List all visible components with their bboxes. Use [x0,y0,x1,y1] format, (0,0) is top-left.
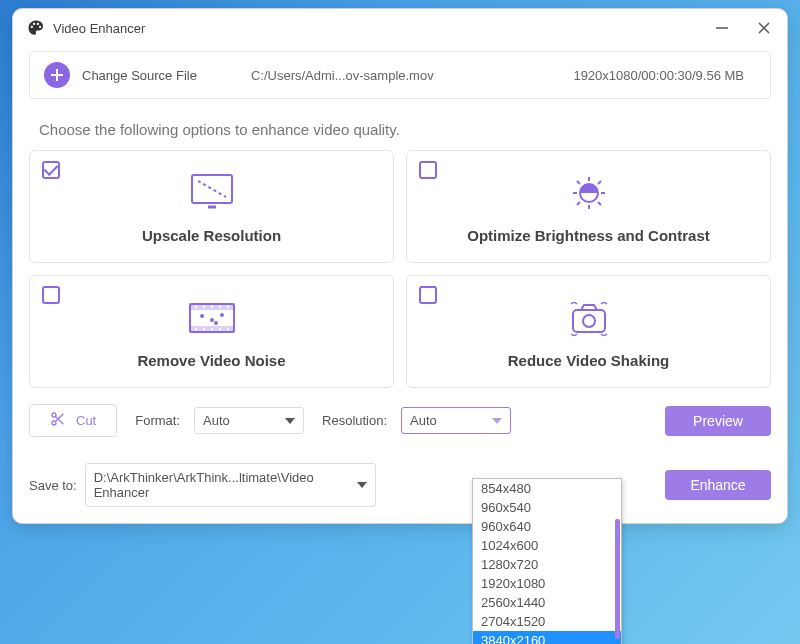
window-controls [713,19,773,37]
option-reduce-shaking[interactable]: Reduce Video Shaking [406,275,771,388]
svg-line-13 [577,181,580,184]
checkbox-brightness[interactable] [419,161,437,179]
svg-point-27 [210,328,212,330]
format-select[interactable]: Auto [194,407,304,434]
sun-icon [421,169,756,217]
options-grid: Upscale Resolution Optimize Brightness a… [13,150,787,388]
svg-point-21 [202,305,204,307]
svg-point-22 [210,305,212,307]
film-icon [44,294,379,342]
svg-point-35 [583,315,595,327]
add-source-button[interactable] [44,62,70,88]
option-label: Remove Video Noise [44,352,379,369]
source-path: C:/Users/Admi...ov-sample.mov [251,68,574,83]
svg-line-15 [598,181,601,184]
resolution-option[interactable]: 854x480 [473,479,621,498]
app-palette-icon [27,19,45,37]
svg-point-36 [52,413,56,417]
scissors-icon [50,411,66,430]
source-info: 1920x1080/00:00:30/9.56 MB [573,68,756,83]
svg-point-32 [221,314,223,316]
svg-line-14 [598,202,601,205]
svg-line-6 [198,181,226,197]
svg-point-24 [226,305,228,307]
option-brightness-contrast[interactable]: Optimize Brightness and Contrast [406,150,771,263]
resolution-option[interactable]: 2704x1520 [473,612,621,631]
save-path-select[interactable]: D:\ArkThinker\ArkThink...ltimate\Video E… [85,463,376,507]
save-row: Save to: D:\ArkThinker\ArkThink...ltimat… [13,445,787,523]
source-bar: Change Source File C:/Users/Admi...ov-sa… [29,51,771,99]
enhance-button[interactable]: Enhance [665,470,771,500]
change-source-label[interactable]: Change Source File [82,68,197,83]
window-title: Video Enhancer [53,21,713,36]
resolution-option[interactable]: 960x640 [473,517,621,536]
resolution-dropdown[interactable]: 854x480960x540960x6401024x6001280x720192… [472,478,622,644]
svg-rect-4 [51,74,63,76]
save-to-label: Save to: [29,478,77,493]
svg-point-30 [201,315,203,317]
svg-point-25 [194,328,196,330]
option-remove-noise[interactable]: Remove Video Noise [29,275,394,388]
resolution-label: Resolution: [322,413,387,428]
option-upscale-resolution[interactable]: Upscale Resolution [29,150,394,263]
resolution-option[interactable]: 2560x1440 [473,593,621,612]
resolution-option[interactable]: 1280x720 [473,555,621,574]
camera-shake-icon [421,294,756,342]
resolution-select[interactable]: Auto [401,407,511,434]
svg-rect-5 [192,175,232,203]
svg-point-26 [202,328,204,330]
cut-button[interactable]: Cut [29,404,117,437]
controls-row: Cut Format: Auto Resolution: Auto Previe… [13,388,787,445]
dropdown-scrollbar[interactable] [615,519,620,639]
svg-point-28 [218,328,220,330]
instruction-text: Choose the following options to enhance … [13,99,787,150]
titlebar: Video Enhancer [13,9,787,43]
caret-down-icon [492,418,502,424]
svg-line-16 [577,202,580,205]
preview-button[interactable]: Preview [665,406,771,436]
minimize-button[interactable] [713,19,731,37]
save-path: D:\ArkThinker\ArkThink...ltimate\Video E… [94,470,357,500]
svg-point-29 [226,328,228,330]
app-window: Video Enhancer Change Source File C:/Use… [12,8,788,524]
checkbox-stabilize[interactable] [419,286,437,304]
option-label: Optimize Brightness and Contrast [421,227,756,244]
resolution-option[interactable]: 1024x600 [473,536,621,555]
svg-point-20 [194,305,196,307]
option-label: Reduce Video Shaking [421,352,756,369]
resolution-option[interactable]: 960x540 [473,498,621,517]
svg-point-37 [52,421,56,425]
monitor-icon [44,169,379,217]
resolution-option[interactable]: 3840x2160 [473,631,621,644]
resolution-value: Auto [410,413,437,428]
option-label: Upscale Resolution [44,227,379,244]
svg-point-31 [211,319,213,321]
svg-point-33 [215,322,217,324]
caret-down-icon [357,482,367,488]
svg-point-23 [218,305,220,307]
resolution-option[interactable]: 1920x1080 [473,574,621,593]
format-value: Auto [203,413,230,428]
close-button[interactable] [755,19,773,37]
cut-label: Cut [76,413,96,428]
checkbox-denoise[interactable] [42,286,60,304]
format-label: Format: [135,413,180,428]
svg-rect-34 [573,310,605,332]
caret-down-icon [285,418,295,424]
checkbox-upscale[interactable] [42,161,60,179]
